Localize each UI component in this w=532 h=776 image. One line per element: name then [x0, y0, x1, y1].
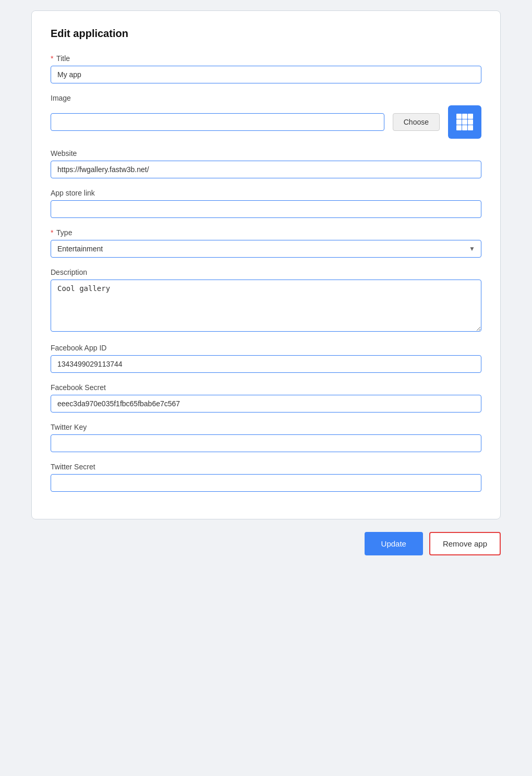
app-icon [448, 105, 481, 139]
choose-button[interactable]: Choose [393, 113, 440, 131]
description-label: Description [51, 268, 481, 276]
form-card: Edit application * Title Image Choose [31, 10, 501, 519]
grid-icon [454, 112, 475, 132]
image-row: Choose [51, 105, 481, 139]
type-group: * Type Entertainment Business Education … [51, 228, 481, 258]
app-store-label: App store link [51, 189, 481, 197]
facebook-secret-group: Facebook Secret [51, 383, 481, 413]
title-required: * [51, 54, 53, 63]
type-required: * [51, 228, 53, 237]
facebook-secret-label: Facebook Secret [51, 383, 481, 392]
svg-rect-6 [456, 125, 462, 130]
website-input[interactable] [51, 161, 481, 178]
description-textarea[interactable]: Cool gallery [51, 280, 481, 332]
type-label: * Type [51, 228, 481, 237]
description-group: Description Cool gallery [51, 268, 481, 333]
remove-app-button[interactable]: Remove app [429, 532, 501, 555]
image-label: Image [51, 94, 481, 102]
image-group: Image Choose [51, 94, 481, 139]
page-container: Edit application * Title Image Choose [31, 10, 501, 560]
facebook-app-id-input[interactable] [51, 355, 481, 373]
action-bar: Update Remove app [31, 528, 501, 560]
image-input-wrapper [51, 113, 384, 131]
twitter-secret-group: Twitter Secret [51, 463, 481, 492]
svg-rect-1 [462, 114, 467, 119]
svg-rect-5 [468, 119, 473, 125]
website-label: Website [51, 149, 481, 157]
twitter-secret-label: Twitter Secret [51, 463, 481, 471]
twitter-key-group: Twitter Key [51, 423, 481, 452]
svg-rect-2 [468, 114, 473, 119]
facebook-secret-input[interactable] [51, 395, 481, 413]
facebook-app-id-group: Facebook App ID [51, 344, 481, 373]
update-button[interactable]: Update [365, 532, 423, 555]
svg-rect-0 [456, 114, 462, 119]
title-label: * Title [51, 54, 481, 63]
app-store-group: App store link [51, 189, 481, 218]
title-input[interactable] [51, 66, 481, 83]
svg-rect-3 [456, 119, 462, 125]
page-title: Edit application [51, 28, 481, 40]
image-input[interactable] [51, 113, 384, 131]
svg-rect-4 [462, 119, 467, 125]
title-group: * Title [51, 54, 481, 83]
twitter-key-input[interactable] [51, 434, 481, 452]
svg-rect-8 [468, 125, 473, 130]
facebook-app-id-label: Facebook App ID [51, 344, 481, 352]
twitter-key-label: Twitter Key [51, 423, 481, 431]
twitter-secret-input[interactable] [51, 474, 481, 492]
svg-rect-7 [462, 125, 467, 130]
type-select-wrapper: Entertainment Business Education Finance… [51, 240, 481, 258]
type-select[interactable]: Entertainment Business Education Finance… [51, 240, 481, 258]
app-store-input[interactable] [51, 200, 481, 218]
website-group: Website [51, 149, 481, 178]
